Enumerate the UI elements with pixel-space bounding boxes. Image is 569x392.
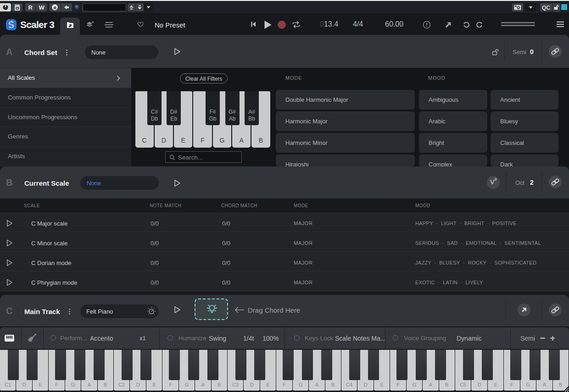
svg-text:a: a xyxy=(53,4,56,10)
